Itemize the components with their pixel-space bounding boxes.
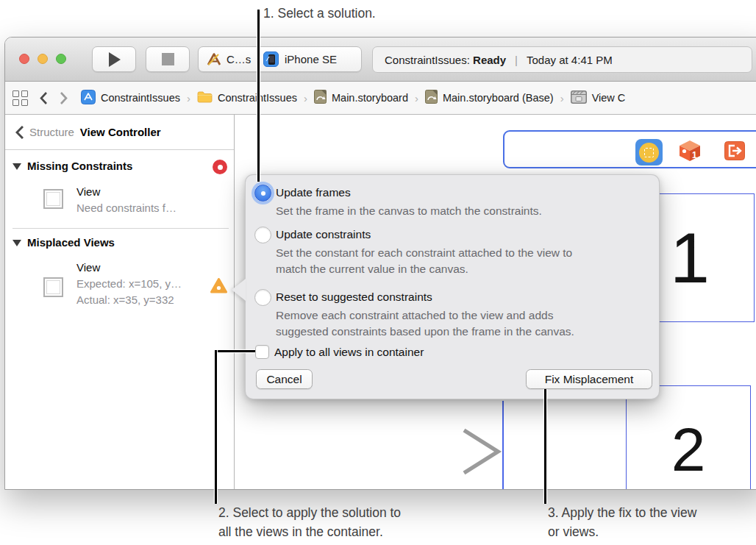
- callout-step3: 3. Apply the fix to the view or views.: [548, 503, 696, 541]
- play-icon: [107, 51, 121, 68]
- issue-item-actual: Actual: x=35, y=332: [76, 293, 174, 306]
- option-label[interactable]: Reset to suggested constraints: [276, 291, 432, 304]
- callout-step2: 2. Select to apply the solution to all t…: [218, 503, 401, 541]
- folder-icon: [197, 90, 213, 105]
- callout-step1: 1. Select a solution.: [263, 4, 376, 23]
- view-icon[interactable]: [43, 189, 63, 209]
- storyboard-entry-arrow-icon: [308, 426, 503, 477]
- run-button[interactable]: [92, 46, 136, 72]
- storyboard-icon: [314, 90, 327, 106]
- section-missing-constraints: Missing Constraints: [27, 160, 132, 172]
- callout-line-3: [544, 389, 546, 504]
- issues-sidebar: Structure View Controller Missing Constr…: [5, 115, 235, 490]
- breadcrumb-separator: ›: [187, 92, 190, 104]
- stop-button[interactable]: [146, 46, 190, 72]
- view-icon[interactable]: [43, 277, 63, 297]
- radio-reset-suggested-constraints[interactable]: [254, 289, 271, 306]
- status-project: ConstraintIssues:: [385, 54, 470, 66]
- radio-update-constraints[interactable]: [254, 227, 271, 243]
- forward-chevron-icon[interactable]: [60, 92, 68, 104]
- option-label[interactable]: Update frames: [276, 186, 351, 199]
- activity-viewer: ConstraintIssues: Ready | Today at 4:41 …: [372, 46, 752, 73]
- option-label[interactable]: Update constraints: [276, 228, 371, 241]
- cancel-button[interactable]: Cancel: [256, 369, 313, 389]
- device-icon: [263, 51, 279, 67]
- option-description: Set the frame in the canvas to match the…: [276, 203, 542, 219]
- breadcrumb-view-controller[interactable]: View C: [592, 92, 626, 104]
- back-chevron-icon[interactable]: [15, 126, 24, 139]
- breadcrumb-project[interactable]: ConstraintIssues: [101, 92, 180, 104]
- callout-line-1: [257, 10, 260, 182]
- view-1-label: 1: [670, 217, 710, 299]
- breadcrumb-separator: ›: [304, 92, 307, 104]
- fix-misplacement-button[interactable]: Fix Misplacement: [526, 369, 652, 389]
- issue-item-expected: Expected: x=105, y…: [76, 277, 182, 290]
- disclosure-triangle-icon[interactable]: [13, 163, 21, 170]
- destination-name: iPhone SE: [285, 53, 337, 65]
- screenshot-stage: 1. Select a solution.: [0, 0, 756, 545]
- option-description: suggested constraints based upon the fra…: [276, 324, 574, 340]
- breadcrumb-separator: ›: [560, 92, 564, 104]
- exit-segue-icon[interactable]: [724, 141, 745, 160]
- project-icon: [81, 90, 96, 107]
- status-state: Ready: [473, 54, 506, 66]
- view-controller-dock-button[interactable]: [635, 139, 663, 165]
- section-misplaced-views: Misplaced Views: [27, 236, 115, 249]
- back-chevron-icon[interactable]: [40, 92, 47, 104]
- related-items-grid-icon[interactable]: [13, 90, 28, 106]
- popover-arrow: [232, 279, 246, 301]
- canvas-view-2[interactable]: 2: [626, 385, 751, 490]
- callout-line-2-vertical: [215, 350, 217, 504]
- first-responder-cube-icon[interactable]: 1: [678, 140, 702, 162]
- apply-to-all-label[interactable]: Apply to all views in container: [274, 346, 424, 359]
- apply-to-all-checkbox[interactable]: [255, 345, 269, 359]
- zoom-window-button[interactable]: [56, 54, 66, 64]
- structure-back-button[interactable]: Structure: [29, 126, 74, 138]
- option-description: Remove each constraint attached to the v…: [276, 307, 553, 324]
- storyboard-icon: [425, 90, 438, 106]
- close-window-button[interactable]: [19, 54, 29, 64]
- resolve-misplacement-popover: Update frames Set the frame in the canva…: [245, 174, 660, 399]
- sidebar-header: Structure View Controller: [5, 115, 234, 150]
- scheme-name: C…s: [227, 53, 251, 65]
- minimize-window-button[interactable]: [38, 54, 48, 64]
- scheme-selector[interactable]: C…s › iPhone SE: [198, 46, 362, 72]
- jump-bar: ConstraintIssues › ConstraintIssues › Ma…: [5, 82, 756, 115]
- disclosure-triangle-icon[interactable]: [13, 240, 21, 246]
- option-description: match the current value in the canvas.: [276, 261, 468, 277]
- issue-item-detail: Need constraints f…: [76, 202, 176, 214]
- toolbar: C…s › iPhone SE ConstraintIssues: Ready …: [5, 38, 756, 82]
- svg-text:1: 1: [692, 150, 697, 160]
- radio-update-frames[interactable]: [254, 185, 271, 202]
- callout-line-2-horizontal: [215, 350, 255, 352]
- error-badge-icon[interactable]: [213, 160, 227, 174]
- view-2-label: 2: [671, 414, 706, 485]
- stop-icon: [162, 53, 174, 65]
- view-controller-icon: [639, 143, 659, 163]
- option-description: Set the constant for each constraint att…: [276, 245, 572, 261]
- xcode-project-icon: [206, 52, 222, 67]
- warning-triangle-icon[interactable]: [210, 278, 227, 293]
- status-divider: |: [515, 54, 518, 66]
- sidebar-title: View Controller: [80, 126, 161, 138]
- scene-dock: [503, 130, 756, 168]
- status-time: Today at 4:41 PM: [527, 54, 613, 66]
- breadcrumb-storyboard[interactable]: Main.storyboard: [332, 92, 408, 104]
- section-divider: [13, 228, 229, 229]
- view-controller-icon: [571, 90, 587, 106]
- issue-item-title[interactable]: View: [76, 261, 100, 274]
- breadcrumb-storyboard-base[interactable]: Main.storyboard (Base): [443, 92, 554, 104]
- breadcrumb-separator: ›: [415, 92, 418, 104]
- issue-item-title[interactable]: View: [76, 185, 100, 198]
